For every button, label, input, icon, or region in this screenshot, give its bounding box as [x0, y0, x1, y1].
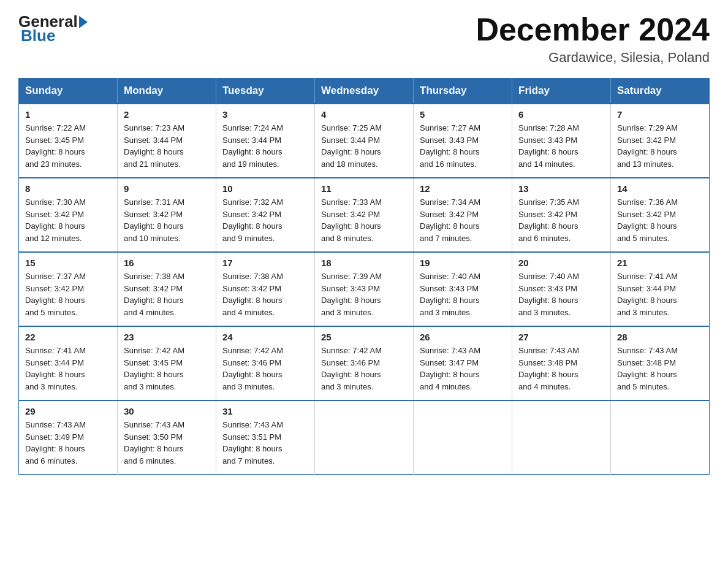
calendar-week-row: 1Sunrise: 7:22 AM Sunset: 3:45 PM Daylig… — [19, 104, 710, 178]
day-number: 18 — [321, 258, 407, 268]
calendar-cell: 7Sunrise: 7:29 AM Sunset: 3:42 PM Daylig… — [611, 104, 710, 178]
day-info: Sunrise: 7:25 AM Sunset: 3:44 PM Dayligh… — [321, 122, 407, 170]
logo-blue-text: Blue — [21, 26, 55, 45]
calendar-cell: 17Sunrise: 7:38 AM Sunset: 3:42 PM Dayli… — [216, 252, 315, 326]
day-number: 8 — [25, 183, 111, 194]
calendar-cell: 4Sunrise: 7:25 AM Sunset: 3:44 PM Daylig… — [315, 104, 414, 178]
day-info: Sunrise: 7:42 AM Sunset: 3:45 PM Dayligh… — [124, 345, 210, 393]
day-info: Sunrise: 7:38 AM Sunset: 3:42 PM Dayligh… — [222, 270, 308, 318]
calendar-cell: 22Sunrise: 7:41 AM Sunset: 3:44 PM Dayli… — [19, 326, 118, 400]
day-info: Sunrise: 7:43 AM Sunset: 3:51 PM Dayligh… — [222, 419, 308, 467]
month-title: December 2024 — [476, 12, 710, 47]
calendar-cell — [512, 400, 611, 475]
weekday-header-friday: Friday — [512, 79, 611, 104]
day-number: 31 — [222, 406, 308, 416]
day-number: 27 — [518, 332, 604, 342]
calendar-cell: 6Sunrise: 7:28 AM Sunset: 3:43 PM Daylig… — [512, 104, 611, 178]
page-header: General Blue December 2024 Gardawice, Si… — [18, 12, 710, 66]
calendar-cell: 28Sunrise: 7:43 AM Sunset: 3:48 PM Dayli… — [611, 326, 710, 400]
calendar-cell: 11Sunrise: 7:33 AM Sunset: 3:42 PM Dayli… — [315, 178, 414, 252]
day-info: Sunrise: 7:42 AM Sunset: 3:46 PM Dayligh… — [222, 345, 308, 393]
calendar-cell: 18Sunrise: 7:39 AM Sunset: 3:43 PM Dayli… — [315, 252, 414, 326]
calendar-week-row: 22Sunrise: 7:41 AM Sunset: 3:44 PM Dayli… — [19, 326, 710, 400]
day-info: Sunrise: 7:23 AM Sunset: 3:44 PM Dayligh… — [124, 122, 210, 170]
day-number: 23 — [124, 332, 210, 342]
calendar-cell: 26Sunrise: 7:43 AM Sunset: 3:47 PM Dayli… — [414, 326, 512, 400]
calendar-cell — [315, 400, 414, 475]
calendar-cell: 19Sunrise: 7:40 AM Sunset: 3:43 PM Dayli… — [414, 252, 512, 326]
weekday-header-monday: Monday — [118, 79, 216, 104]
day-number: 13 — [518, 183, 604, 194]
day-info: Sunrise: 7:32 AM Sunset: 3:42 PM Dayligh… — [222, 196, 308, 244]
weekday-header-tuesday: Tuesday — [216, 79, 315, 104]
day-info: Sunrise: 7:34 AM Sunset: 3:42 PM Dayligh… — [420, 196, 506, 244]
day-number: 16 — [124, 258, 210, 268]
day-number: 29 — [25, 406, 111, 416]
day-info: Sunrise: 7:42 AM Sunset: 3:46 PM Dayligh… — [321, 345, 407, 393]
day-number: 3 — [222, 109, 308, 120]
calendar-cell: 3Sunrise: 7:24 AM Sunset: 3:44 PM Daylig… — [216, 104, 315, 178]
day-info: Sunrise: 7:39 AM Sunset: 3:43 PM Dayligh… — [321, 270, 407, 318]
day-number: 24 — [222, 332, 308, 342]
day-number: 15 — [25, 258, 111, 268]
day-info: Sunrise: 7:40 AM Sunset: 3:43 PM Dayligh… — [518, 270, 604, 318]
day-number: 9 — [124, 183, 210, 194]
calendar-table: SundayMondayTuesdayWednesdayThursdayFrid… — [18, 78, 710, 475]
day-number: 22 — [25, 332, 111, 342]
day-number: 5 — [420, 109, 506, 120]
day-info: Sunrise: 7:37 AM Sunset: 3:42 PM Dayligh… — [25, 270, 111, 318]
day-number: 14 — [617, 183, 703, 194]
calendar-cell: 1Sunrise: 7:22 AM Sunset: 3:45 PM Daylig… — [19, 104, 118, 178]
weekday-header-thursday: Thursday — [414, 79, 512, 104]
calendar-cell: 10Sunrise: 7:32 AM Sunset: 3:42 PM Dayli… — [216, 178, 315, 252]
calendar-cell: 12Sunrise: 7:34 AM Sunset: 3:42 PM Dayli… — [414, 178, 512, 252]
day-info: Sunrise: 7:29 AM Sunset: 3:42 PM Dayligh… — [617, 122, 703, 170]
day-number: 28 — [617, 332, 703, 342]
day-info: Sunrise: 7:43 AM Sunset: 3:48 PM Dayligh… — [617, 345, 703, 393]
calendar-cell: 25Sunrise: 7:42 AM Sunset: 3:46 PM Dayli… — [315, 326, 414, 400]
day-number: 19 — [420, 258, 506, 268]
calendar-cell: 27Sunrise: 7:43 AM Sunset: 3:48 PM Dayli… — [512, 326, 611, 400]
weekday-header-row: SundayMondayTuesdayWednesdayThursdayFrid… — [19, 79, 710, 104]
day-info: Sunrise: 7:40 AM Sunset: 3:43 PM Dayligh… — [420, 270, 506, 318]
day-info: Sunrise: 7:33 AM Sunset: 3:42 PM Dayligh… — [321, 196, 407, 244]
day-number: 17 — [222, 258, 308, 268]
day-number: 30 — [124, 406, 210, 416]
calendar-week-row: 29Sunrise: 7:43 AM Sunset: 3:49 PM Dayli… — [19, 400, 710, 475]
calendar-cell: 14Sunrise: 7:36 AM Sunset: 3:42 PM Dayli… — [611, 178, 710, 252]
calendar-cell: 15Sunrise: 7:37 AM Sunset: 3:42 PM Dayli… — [19, 252, 118, 326]
day-number: 25 — [321, 332, 407, 342]
calendar-cell: 13Sunrise: 7:35 AM Sunset: 3:42 PM Dayli… — [512, 178, 611, 252]
day-info: Sunrise: 7:28 AM Sunset: 3:43 PM Dayligh… — [518, 122, 604, 170]
day-info: Sunrise: 7:27 AM Sunset: 3:43 PM Dayligh… — [420, 122, 506, 170]
day-number: 2 — [124, 109, 210, 120]
day-info: Sunrise: 7:38 AM Sunset: 3:42 PM Dayligh… — [124, 270, 210, 318]
logo-triangle-icon — [79, 16, 88, 28]
weekday-header-sunday: Sunday — [19, 79, 118, 104]
logo: General Blue — [18, 12, 89, 45]
calendar-cell: 30Sunrise: 7:43 AM Sunset: 3:50 PM Dayli… — [118, 400, 216, 475]
day-info: Sunrise: 7:30 AM Sunset: 3:42 PM Dayligh… — [25, 196, 111, 244]
day-info: Sunrise: 7:41 AM Sunset: 3:44 PM Dayligh… — [617, 270, 703, 318]
calendar-week-row: 8Sunrise: 7:30 AM Sunset: 3:42 PM Daylig… — [19, 178, 710, 252]
day-number: 11 — [321, 183, 407, 194]
calendar-cell: 8Sunrise: 7:30 AM Sunset: 3:42 PM Daylig… — [19, 178, 118, 252]
weekday-header-wednesday: Wednesday — [315, 79, 414, 104]
day-number: 7 — [617, 109, 703, 120]
calendar-cell — [611, 400, 710, 475]
day-number: 21 — [617, 258, 703, 268]
day-info: Sunrise: 7:36 AM Sunset: 3:42 PM Dayligh… — [617, 196, 703, 244]
calendar-cell — [414, 400, 512, 475]
calendar-cell: 20Sunrise: 7:40 AM Sunset: 3:43 PM Dayli… — [512, 252, 611, 326]
day-info: Sunrise: 7:41 AM Sunset: 3:44 PM Dayligh… — [25, 345, 111, 393]
calendar-week-row: 15Sunrise: 7:37 AM Sunset: 3:42 PM Dayli… — [19, 252, 710, 326]
weekday-header-saturday: Saturday — [611, 79, 710, 104]
day-info: Sunrise: 7:43 AM Sunset: 3:48 PM Dayligh… — [518, 345, 604, 393]
calendar-cell: 21Sunrise: 7:41 AM Sunset: 3:44 PM Dayli… — [611, 252, 710, 326]
day-info: Sunrise: 7:43 AM Sunset: 3:49 PM Dayligh… — [25, 419, 111, 467]
day-number: 20 — [518, 258, 604, 268]
day-number: 4 — [321, 109, 407, 120]
location-title: Gardawice, Silesia, Poland — [476, 50, 710, 66]
day-number: 10 — [222, 183, 308, 194]
calendar-cell: 24Sunrise: 7:42 AM Sunset: 3:46 PM Dayli… — [216, 326, 315, 400]
